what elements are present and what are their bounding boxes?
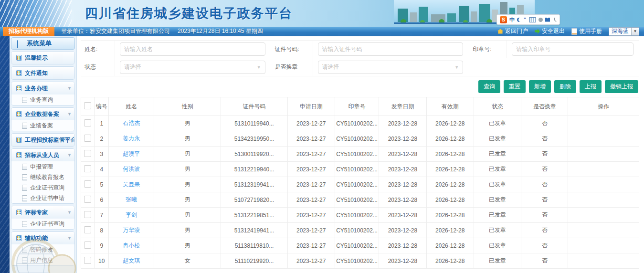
- cell-status: 已发章: [474, 131, 521, 147]
- cell-id-number: 51310119940...: [221, 116, 287, 131]
- seal-change-select[interactable]: 请选择 ▼: [318, 61, 464, 74]
- punctuation-icon[interactable]: ”: [524, 17, 527, 22]
- monitor-icon: [17, 41, 24, 46]
- sidebar-subitem-3-0[interactable]: 业绩备案: [11, 120, 74, 131]
- sidebar-subitem-5-2[interactable]: 企业证书查询: [11, 182, 74, 193]
- user-manual-link[interactable]: 使用手册: [571, 27, 602, 35]
- sidebar-item-label: 评标专家: [25, 209, 48, 217]
- cell-name: 张曦: [109, 192, 154, 208]
- sidebar-subitem-5-1[interactable]: 继续教育报名: [11, 172, 74, 182]
- cell-seal-no: CY510100202...: [335, 162, 379, 177]
- cell-valid-date: 2026-12-28: [426, 192, 474, 208]
- col-valid-date: 有效期: [426, 97, 474, 116]
- row-checkbox[interactable]: [84, 165, 91, 172]
- person-name-link[interactable]: 张曦: [126, 196, 137, 203]
- table-row: 3赵澳平男51300119920...2023-12-27CY510100202…: [81, 147, 639, 162]
- left-decor-strip: [0, 36, 10, 273]
- row-checkbox[interactable]: [84, 150, 91, 157]
- row-checkbox[interactable]: [84, 119, 91, 126]
- fullwidth-moon-icon[interactable]: [517, 18, 521, 22]
- return-portal-link[interactable]: 返回门户: [497, 27, 528, 35]
- add-button[interactable]: 新增: [529, 80, 551, 93]
- cell-id-number: 51072719820...: [221, 192, 287, 208]
- sidebar-item-1[interactable]: 文件通知: [11, 67, 74, 79]
- report-button[interactable]: 上报: [580, 80, 602, 93]
- cell-id-number: 51312319941...: [221, 177, 287, 192]
- soft-keyboard-icon[interactable]: [529, 17, 536, 22]
- person-name-link[interactable]: 赵文琪: [123, 257, 140, 264]
- theme-select[interactable]: 深海蓝 ▼: [609, 27, 639, 36]
- person-name-link[interactable]: 何洪波: [123, 166, 140, 172]
- logout-icon: [535, 29, 540, 34]
- row-checkbox[interactable]: [84, 242, 91, 249]
- row-checkbox[interactable]: [84, 180, 91, 188]
- row-select-cell: [81, 162, 95, 177]
- sidebar-item-5[interactable]: 招标从业人员 ▼: [11, 149, 74, 161]
- person-name-link[interactable]: 赵澳平: [123, 150, 140, 157]
- sidebar-subitem-5-0[interactable]: 申报管理: [11, 161, 74, 172]
- row-checkbox[interactable]: [84, 135, 91, 142]
- cell-no: 5: [95, 177, 109, 192]
- sidebar-item-3[interactable]: 企业数据备案 ▼: [11, 108, 74, 120]
- sidebar-subitem-2-0[interactable]: 业务查询: [11, 94, 74, 105]
- cell-issue-date: 2023-12-28: [379, 177, 426, 192]
- query-button[interactable]: 查询: [478, 80, 500, 93]
- safe-logout-link[interactable]: 安全退出: [535, 27, 565, 35]
- theme-select-value: 深海蓝: [609, 27, 631, 35]
- row-checkbox[interactable]: [84, 226, 91, 233]
- row-checkbox[interactable]: [84, 257, 91, 264]
- doc-icon: [22, 221, 27, 227]
- person-name-link[interactable]: 石浩杰: [123, 120, 140, 126]
- cell-no: 9: [95, 238, 109, 253]
- status-select[interactable]: 请选择 ▼: [120, 61, 265, 74]
- cell-valid-date: 2026-12-28: [426, 238, 474, 253]
- sidebar-item-4[interactable]: 工程招投标监管平台: [11, 134, 74, 146]
- sidebar-item-0[interactable]: 温馨提示: [11, 52, 74, 64]
- seal-no-input[interactable]: 请输入印章号: [512, 42, 633, 56]
- person-name-link[interactable]: 冉小松: [123, 242, 140, 249]
- sogou-logo-icon[interactable]: S: [500, 16, 507, 23]
- sidebar-item-6[interactable]: 评标专家 ▼: [11, 206, 74, 219]
- row-checkbox[interactable]: [84, 196, 91, 203]
- sidebar: 系统菜单 温馨提示 文件通知 业务办理 ▼ 业务查询 企业数据备案 ▼ 业绩备案…: [10, 36, 77, 273]
- menu-grid-icon: [16, 70, 22, 76]
- sidebar-item-2[interactable]: 业务办理 ▼: [11, 82, 74, 94]
- sidebar-subitem-5-3[interactable]: 企业证书申请: [11, 193, 74, 203]
- form-filler: [469, 58, 507, 76]
- cell-action: [568, 162, 639, 177]
- cell-valid-date: 2026-12-28: [426, 177, 474, 192]
- menu-grid-icon: [16, 55, 22, 61]
- cell-no: 8: [95, 223, 109, 238]
- cell-status: 已发章: [474, 116, 521, 131]
- id-number-input[interactable]: 请输入证件号码: [318, 42, 464, 56]
- reset-button[interactable]: 重置: [504, 80, 526, 93]
- row-checkbox[interactable]: [84, 211, 91, 218]
- delete-button[interactable]: 删除: [554, 80, 576, 93]
- cell-action: [568, 223, 639, 238]
- cell-seal-no: CY510100202...: [335, 223, 379, 238]
- app-header: 四川省住房城乡建设电子政务平台 S: [0, 0, 644, 27]
- person-name-link[interactable]: 姜力永: [123, 135, 140, 142]
- ime-settings-icon[interactable]: [552, 18, 557, 22]
- sidebar-subitem-label: 企业证书查询: [30, 220, 64, 228]
- cell-id-number: 51312219940...: [221, 162, 287, 177]
- cell-action: [568, 192, 639, 208]
- select-all-checkbox[interactable]: [84, 102, 91, 109]
- cell-gender: 男: [154, 223, 221, 238]
- person-name-link[interactable]: 李剑: [126, 211, 137, 218]
- cell-apply-date: 2023-12-27: [287, 162, 335, 177]
- ime-toolbar[interactable]: S 中 ”: [496, 14, 560, 25]
- person-name-link[interactable]: 万华凌: [123, 227, 140, 233]
- cell-name: 李剑: [109, 208, 154, 223]
- chinese-mode-icon[interactable]: 中: [509, 16, 515, 23]
- skin-icon[interactable]: [545, 18, 550, 22]
- chevron-down-icon: ▼: [67, 153, 72, 158]
- cell-no: 6: [95, 192, 109, 208]
- name-input[interactable]: 请输入姓名: [120, 42, 265, 56]
- table-row: 7李剑男51312219851...2023-12-27CY510100202.…: [81, 208, 639, 223]
- cancel-report-button[interactable]: 撤销上报: [605, 80, 638, 93]
- cell-seal-no: CY510100202...: [335, 238, 379, 253]
- account-icon[interactable]: [538, 18, 543, 22]
- person-name-link[interactable]: 吴显果: [123, 181, 140, 188]
- cell-apply-date: 2023-12-27: [287, 131, 335, 147]
